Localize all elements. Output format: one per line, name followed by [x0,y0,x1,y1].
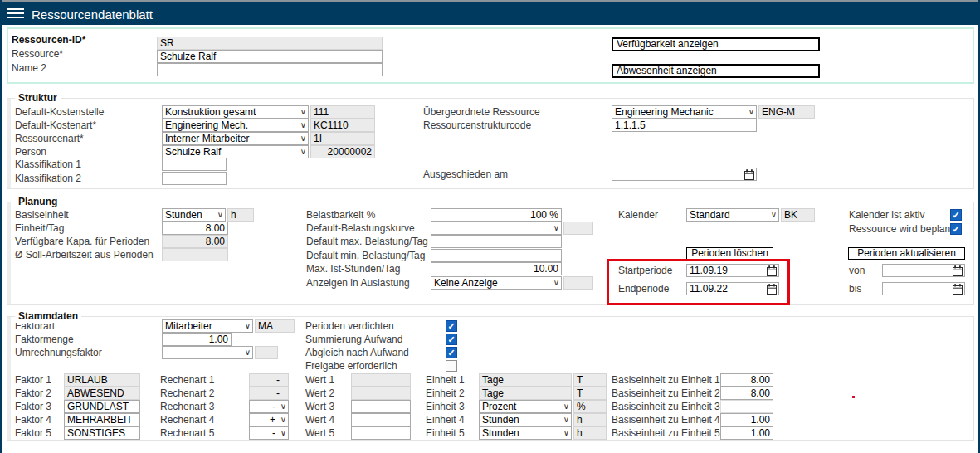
umrechnungsfaktor-code [255,346,278,359]
perioden-aktualisieren-button[interactable]: Perioden aktualisieren [848,247,965,260]
calendar-icon[interactable] [953,284,963,295]
calendar-icon[interactable] [744,169,754,180]
rechenart-2-label: Rechenart 2 [160,387,214,400]
einheit-2-unit: T [573,387,607,400]
einheit-5-label: Einheit 5 [426,426,465,440]
klassifikation1-input[interactable] [162,158,227,171]
von-date-input[interactable] [882,264,965,277]
basiseinheit-2-input[interactable]: 8.00 [720,387,773,400]
faktor-5-label: Faktor 5 [15,426,51,440]
basiseinheit-1-input[interactable]: 8.00 [720,373,773,387]
einheit-5-select[interactable]: Stunden∨ [479,426,572,440]
anzeigen-auslastung-select[interactable]: Keine Anzeige∨ [431,276,562,290]
chevron-down-icon: ∨ [280,414,286,426]
chevron-down-icon: ∨ [280,401,286,412]
freigabe-erforderlich-checkbox[interactable] [446,360,457,372]
abwesenheit-anzeigen-button[interactable]: Abwesenheit anzeigen [612,64,820,78]
wert-4-input[interactable] [351,413,411,426]
person-select[interactable]: Schulze Ralf∨ [162,145,309,158]
menu-icon[interactable] [7,8,24,20]
faktormenge-input[interactable]: 1.00 [162,333,232,346]
abgleich-nach-aufwand-checkbox[interactable]: ✓ [446,347,457,358]
einheit-2-label: Einheit 2 [426,387,465,400]
rechenart-4-select[interactable]: +∨ [249,413,289,426]
von-label: von [849,264,865,277]
faktorart-value: Mitarbeiter [165,320,212,332]
anzeigen-auslastung-code [563,276,593,290]
name2-field[interactable] [157,63,383,76]
klassifikation2-label: Klassifikation 2 [15,172,81,185]
default-belastungskurve-select[interactable]: ∨ [431,222,562,235]
verfuegbare-kapa-field: 8.00 [162,235,228,248]
ressourcenart-select[interactable]: Interner Mitarbeiter∨ [162,132,309,145]
default-kostenart-code: KC1110 [310,119,375,132]
faktor-3-label: Faktor 3 [15,400,51,413]
max-ist-stunden-input[interactable]: 10.00 [431,262,562,275]
ressourcenstrukturcode-input[interactable]: 1.1.1.5 [612,119,757,132]
faktor-4-input[interactable]: MEHRARBEIT [64,413,140,426]
soll-arbeitszeit-field [162,248,228,261]
default-max-belastung-label: Default max. Belastung/Tag [306,235,428,248]
summierung-aufwand-checkbox[interactable]: ✓ [446,334,457,345]
bis-date-input[interactable] [882,282,965,295]
basiseinheit-3-input[interactable] [720,400,773,413]
default-kostenart-select[interactable]: Engineering Mech.∨ [162,119,309,132]
rechenart-4-value: + [270,414,275,426]
faktor-5-input[interactable]: SONSTIGES [64,426,140,440]
rechenart-3-select[interactable]: -∨ [249,400,289,413]
ressourcenart-code: 1I [310,132,375,145]
uebergeordnete-ressource-code: ENG-M [758,105,815,119]
kalender-select[interactable]: Standard∨ [686,208,779,222]
ressource-label: Ressource* [12,47,63,61]
faktor-1-field: URLAUB [64,373,140,387]
perioden-loeschen-button[interactable]: Perioden löschen [686,247,773,260]
einheit-4-select[interactable]: Stunden∨ [479,413,572,426]
calendar-icon[interactable] [953,265,963,276]
ressource-wird-beplant-checkbox[interactable]: ✓ [950,223,962,235]
uebergeordnete-ressource-select[interactable]: Engineering Mechanic∨ [612,105,757,119]
chevron-down-icon: ∨ [563,414,569,426]
uebergeordnete-ressource-value: Engineering Mechanic [615,106,714,118]
ressource-field[interactable]: Schulze Ralf [157,50,383,63]
basiseinheit-select[interactable]: Stunden∨ [162,208,226,222]
basiseinheit-5-input[interactable]: 1.00 [720,426,773,440]
basiseinheit-4-input[interactable]: 1.00 [720,413,773,426]
default-max-belastung-input[interactable] [431,235,562,248]
default-kostenstelle-select[interactable]: Konstruktion gesamt∨ [162,105,309,119]
uebergeordnete-ressource-label: Übergeordnete Ressource [423,105,540,119]
rechenart-5-select[interactable]: -∨ [249,426,289,440]
perioden-verdichten-checkbox[interactable]: ✓ [446,320,457,332]
default-min-belastung-label: Default min. Belastung/Tag [306,249,425,262]
person-value: Schulze Ralf [165,146,221,158]
ausgeschieden-am-date-input[interactable] [612,168,757,181]
belastbarkeit-input[interactable]: 100 % [431,208,562,222]
default-min-belastung-input[interactable] [431,249,562,262]
chevron-down-icon: ∨ [280,427,286,439]
kalender-ist-aktiv-checkbox[interactable]: ✓ [950,209,962,221]
rechenart-2-field: - [249,387,289,400]
chevron-down-icon: ∨ [300,106,306,118]
umrechnungsfaktor-select[interactable]: ∨ [162,346,253,359]
chevron-down-icon: ∨ [300,133,306,144]
faktor-3-input[interactable]: GRUNDLAST [64,400,140,413]
einheit-tag-input[interactable]: 8.00 [162,222,228,235]
chevron-down-icon: ∨ [771,209,777,221]
ressourcen-id-label: Ressourcen-ID* [12,33,85,46]
verfuegbarkeit-anzeigen-button[interactable]: Verfügbarkeit anzeigen [612,37,820,51]
einheit-5-value: Stunden [482,427,519,439]
chevron-down-icon: ∨ [245,347,251,358]
resource-id-panel [7,27,974,84]
max-ist-stunden-label: Max. Ist-Stunden/Tag [306,262,400,275]
einheit-2-field: Tage [479,387,572,400]
wert-3-input[interactable] [351,400,411,413]
left-edge [0,0,2,453]
rechenart-1-field: - [249,373,289,387]
faktorart-select[interactable]: Mitarbeiter∨ [162,319,253,333]
einheit-4-unit: h [573,413,607,426]
wert-2-label: Wert 2 [305,387,334,400]
einheit-1-unit: T [573,373,607,387]
kalender-code: BK [781,208,815,222]
klassifikation2-input[interactable] [162,172,227,185]
einheit-3-select[interactable]: Prozent∨ [479,400,572,413]
wert-5-input[interactable] [351,426,411,440]
